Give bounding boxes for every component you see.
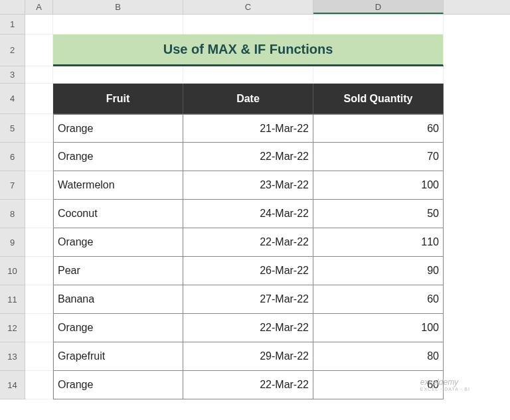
cell-A9[interactable] bbox=[25, 228, 53, 257]
cell-fruit[interactable]: Pear bbox=[53, 257, 183, 285]
cell-A7[interactable] bbox=[25, 171, 53, 200]
grid[interactable]: Use of MAX & IF Functions Fruit Date Sol… bbox=[25, 15, 510, 399]
cell-A4[interactable] bbox=[25, 84, 53, 114]
cell-D1[interactable] bbox=[313, 15, 444, 35]
col-header-B[interactable]: B bbox=[53, 0, 183, 14]
row-header-2[interactable]: 2 bbox=[0, 35, 25, 66]
cell-date[interactable]: 21-Mar-22 bbox=[183, 114, 313, 143]
cell-B1[interactable] bbox=[53, 15, 183, 35]
cell-qty[interactable]: 100 bbox=[313, 171, 444, 200]
col-header-A[interactable]: A bbox=[25, 0, 53, 14]
cell-date[interactable]: 27-Mar-22 bbox=[183, 285, 313, 314]
cell-qty[interactable]: 100 bbox=[313, 314, 444, 342]
cell-fruit[interactable]: Banana bbox=[53, 285, 183, 314]
table-row: Watermelon23-Mar-22100 bbox=[25, 171, 510, 200]
spreadsheet: A B C D 1 2 3 4 5 6 7 8 9 10 11 12 13 14 bbox=[0, 0, 510, 399]
cell-qty[interactable]: 60 bbox=[313, 371, 444, 399]
row-header-11[interactable]: 11 bbox=[0, 285, 25, 314]
table-row: Coconut24-Mar-2250 bbox=[25, 200, 510, 228]
cell-A14[interactable] bbox=[25, 371, 53, 399]
table-row: Orange22-Mar-22110 bbox=[25, 228, 510, 257]
column-headers: A B C D bbox=[0, 0, 510, 15]
cell-A13[interactable] bbox=[25, 342, 53, 371]
cell-date[interactable]: 23-Mar-22 bbox=[183, 171, 313, 200]
row-header-9[interactable]: 9 bbox=[0, 228, 25, 257]
cell-qty[interactable]: 60 bbox=[313, 285, 444, 314]
table-row: Banana27-Mar-2260 bbox=[25, 285, 510, 314]
header-fruit[interactable]: Fruit bbox=[53, 84, 183, 114]
cell-A12[interactable] bbox=[25, 314, 53, 342]
cell-date[interactable]: 22-Mar-22 bbox=[183, 314, 313, 342]
cell-date[interactable]: 29-Mar-22 bbox=[183, 342, 313, 371]
cell-qty[interactable]: 80 bbox=[313, 342, 444, 371]
cell-A10[interactable] bbox=[25, 257, 53, 285]
row-header-3[interactable]: 3 bbox=[0, 66, 25, 84]
row-header-1[interactable]: 1 bbox=[0, 15, 25, 35]
row-header-10[interactable]: 10 bbox=[0, 257, 25, 285]
table-row: Orange21-Mar-2260 bbox=[25, 114, 510, 143]
row-header-14[interactable]: 14 bbox=[0, 371, 25, 399]
cell-A2[interactable] bbox=[25, 35, 53, 66]
cell-A8[interactable] bbox=[25, 200, 53, 228]
cell-fruit[interactable]: Orange bbox=[53, 314, 183, 342]
row-header-5[interactable]: 5 bbox=[0, 114, 25, 143]
col-header-D[interactable]: D bbox=[313, 0, 444, 14]
row-header-13[interactable]: 13 bbox=[0, 342, 25, 371]
table-row: Grapefruit29-Mar-2280 bbox=[25, 342, 510, 371]
row-header-12[interactable]: 12 bbox=[0, 314, 25, 342]
cell-fruit[interactable]: Orange bbox=[53, 371, 183, 399]
cell-B3[interactable] bbox=[53, 66, 183, 84]
row-header-7[interactable]: 7 bbox=[0, 171, 25, 200]
header-qty[interactable]: Sold Quantity bbox=[313, 84, 444, 114]
row-header-6[interactable]: 6 bbox=[0, 143, 25, 171]
cell-C1[interactable] bbox=[183, 15, 313, 35]
cell-qty[interactable]: 50 bbox=[313, 200, 444, 228]
row-headers: 1 2 3 4 5 6 7 8 9 10 11 12 13 14 bbox=[0, 15, 25, 399]
title-cell[interactable]: Use of MAX & IF Functions bbox=[53, 35, 444, 66]
cell-fruit[interactable]: Orange bbox=[53, 114, 183, 143]
cell-date[interactable]: 22-Mar-22 bbox=[183, 371, 313, 399]
table-row: Orange22-Mar-2270 bbox=[25, 143, 510, 171]
row-header-8[interactable]: 8 bbox=[0, 200, 25, 228]
table-row: Pear26-Mar-2290 bbox=[25, 257, 510, 285]
cell-fruit[interactable]: Coconut bbox=[53, 200, 183, 228]
table-row: Orange22-Mar-22100 bbox=[25, 314, 510, 342]
cell-qty[interactable]: 70 bbox=[313, 143, 444, 171]
header-date[interactable]: Date bbox=[183, 84, 313, 114]
cell-A5[interactable] bbox=[25, 114, 53, 143]
cell-qty[interactable]: 60 bbox=[313, 114, 444, 143]
col-header-C[interactable]: C bbox=[183, 0, 313, 14]
cell-qty[interactable]: 90 bbox=[313, 257, 444, 285]
cell-fruit[interactable]: Grapefruit bbox=[53, 342, 183, 371]
cell-C3[interactable] bbox=[183, 66, 313, 84]
cell-fruit[interactable]: Orange bbox=[53, 228, 183, 257]
cell-D3[interactable] bbox=[313, 66, 444, 84]
cell-A6[interactable] bbox=[25, 143, 53, 171]
select-all-corner[interactable] bbox=[0, 0, 25, 14]
cell-date[interactable]: 22-Mar-22 bbox=[183, 228, 313, 257]
cell-A3[interactable] bbox=[25, 66, 53, 84]
cell-A1[interactable] bbox=[25, 15, 53, 35]
cell-fruit[interactable]: Orange bbox=[53, 143, 183, 171]
cell-qty[interactable]: 110 bbox=[313, 228, 444, 257]
cell-fruit[interactable]: Watermelon bbox=[53, 171, 183, 200]
cell-date[interactable]: 24-Mar-22 bbox=[183, 200, 313, 228]
cell-date[interactable]: 22-Mar-22 bbox=[183, 143, 313, 171]
cell-date[interactable]: 26-Mar-22 bbox=[183, 257, 313, 285]
cell-A11[interactable] bbox=[25, 285, 53, 314]
table-row: Orange22-Mar-2260 bbox=[25, 371, 510, 399]
row-header-4[interactable]: 4 bbox=[0, 84, 25, 114]
